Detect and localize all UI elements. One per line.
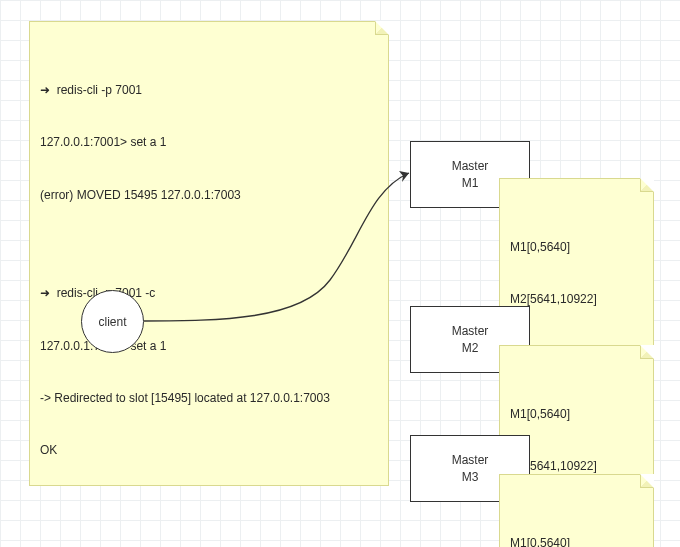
dog-ear-icon [640,345,654,359]
terminal-blank-line [40,239,378,251]
terminal-line: (error) MOVED 15495 127.0.0.1:7003 [40,187,378,204]
master-title: Master [452,452,489,468]
dog-ear-icon [640,474,654,488]
master-sub: M2 [462,340,479,356]
terminal-line: ➜ redis-cli -p 7001 [40,82,378,99]
master-sub: M3 [462,469,479,485]
terminal-line: 127.0.0.1:7001> set a 1 [40,134,378,151]
slot-note-m3: M1[0,5640] M2[5641,10922] M3[10923,16383… [499,474,654,547]
master-title: Master [452,323,489,339]
slot-line: M1[0,5640] [510,239,643,256]
slot-line: M1[0,5640] [510,406,643,423]
dog-ear-icon [640,178,654,192]
master-sub: M1 [462,175,479,191]
terminal-line: -> Redirected to slot [15495] located at… [40,390,378,407]
master-title: Master [452,158,489,174]
client-node: client [81,290,144,353]
client-label: client [98,315,126,329]
dog-ear-icon [375,21,389,35]
slot-line: M1[0,5640] [510,535,643,547]
terminal-line: OK [40,442,378,459]
terminal-note: ➜ redis-cli -p 7001 127.0.0.1:7001> set … [29,21,389,486]
